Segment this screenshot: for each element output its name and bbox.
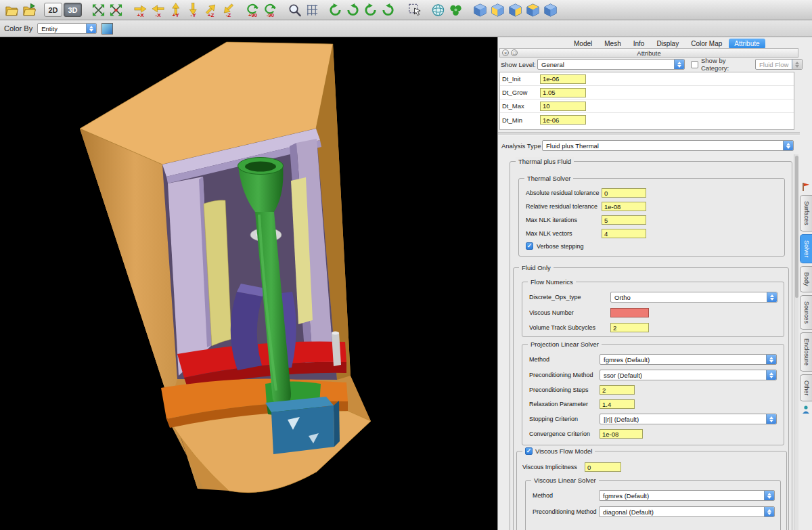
analysis-type-dropdown[interactable]: Fluid plus Thermal [542, 140, 794, 151]
viscous-method-dropdown[interactable]: fgmres (Default) [599, 490, 775, 501]
verbose-stepping-checkbox[interactable] [526, 242, 533, 250]
verbose-stepping-label: Verbose stepping [537, 243, 584, 250]
discrete-ops-dropdown[interactable]: Ortho [610, 292, 777, 303]
show-by-category-label: Show by Category: [701, 57, 755, 72]
spin-ccw-horizontal-icon[interactable] [326, 1, 344, 18]
viscous-flow-model-checkbox[interactable] [525, 447, 533, 455]
mode-2d-button[interactable]: 2D [44, 3, 62, 17]
close-dock-button[interactable]: × [502, 49, 509, 56]
attribute-scroll-area[interactable]: Thermal plus Fluid Thermal Solver Absolu… [498, 154, 800, 530]
group-title: Projection Linear Solver [528, 340, 602, 349]
translate-minus-z-icon[interactable]: -Z [219, 1, 237, 18]
show-level-dropdown[interactable]: General [537, 59, 685, 70]
viscous-implicitness-field[interactable]: 0 [585, 462, 621, 472]
side-tab-body[interactable]: Body [800, 266, 812, 292]
model-blue-box[interactable] [265, 397, 340, 454]
float-dock-button[interactable]: □ [511, 49, 518, 56]
grid-icon[interactable] [303, 1, 321, 18]
entity-color-swatch-button[interactable] [102, 23, 113, 35]
spin-ccw-vertical-icon[interactable] [361, 1, 379, 18]
dt-grow-field[interactable]: 1.05 [540, 88, 586, 97]
vertical-scrollbar[interactable] [794, 154, 798, 530]
precond-steps-field[interactable]: 2 [600, 385, 635, 395]
clover-view-icon[interactable] [447, 1, 464, 18]
show-level-label: Show Level: [499, 61, 537, 68]
view-cube-iso-icon[interactable] [471, 1, 489, 18]
tab-color-map[interactable]: Color Map [685, 39, 727, 49]
dt-init-field[interactable]: 1e-06 [540, 74, 586, 84]
analysis-type-row: Analysis Type Fluid plus Thermal [501, 139, 799, 152]
group-title: Thermal plus Fluid [516, 157, 574, 166]
group-viscous-flow-model: Viscous Flow Model Viscous Implicitness … [516, 451, 787, 530]
splitter-handle[interactable] [498, 132, 800, 135]
side-tab-sources[interactable]: Sources [800, 295, 812, 330]
rotate-plus-90-icon[interactable]: +90 [244, 1, 261, 18]
sphere-view-icon[interactable] [429, 1, 447, 18]
translate-plus-x-icon[interactable]: +X [131, 1, 149, 18]
svg-text:-Y: -Y [190, 12, 196, 18]
scrollbar-thumb[interactable] [795, 156, 798, 298]
max-nlk-vectors-label: Max NLK vectors [526, 230, 602, 237]
color-by-dropdown[interactable]: Entity [37, 23, 97, 34]
main-toolbar: 2D3D+X-X+Y-Y+Z-Z+90-90 [0, 0, 812, 20]
convergence-criterion-field[interactable]: 1e-08 [600, 429, 643, 439]
import-file-icon[interactable] [20, 1, 38, 18]
volume-track-subcycles-field[interactable]: 2 [610, 323, 649, 332]
tab-mesh[interactable]: Mesh [599, 39, 626, 49]
dt-min-field[interactable]: 1e-06 [540, 115, 586, 125]
stopping-criterion-dropdown[interactable]: ||r|| (Default) [600, 414, 777, 424]
view-cube-top-icon[interactable] [524, 1, 541, 18]
translate-minus-x-icon[interactable]: -X [149, 1, 166, 18]
view-cube-right-icon[interactable] [506, 1, 524, 18]
show-by-category-dropdown[interactable]: Fluid Flow [755, 59, 803, 70]
dt-min-label: Dt_Min [502, 116, 540, 124]
projection-method-dropdown[interactable]: fgmres (Default) [600, 354, 777, 365]
side-tab-enclosure[interactable]: Enclosure [800, 332, 812, 372]
translate-plus-y-icon[interactable]: +Y [166, 1, 184, 18]
group-title: Viscous Linear Solver [531, 476, 599, 485]
tab-model[interactable]: Model [568, 39, 597, 49]
color-by-value: Entity [41, 25, 58, 32]
svg-text:+Y: +Y [172, 12, 179, 18]
dropdown-arrows-icon [766, 370, 776, 380]
viscous-precond-method-dropdown[interactable]: diagonal (Default) [599, 506, 775, 517]
side-tab-solver[interactable]: Solver [800, 234, 812, 264]
side-tab-other[interactable]: Other [800, 374, 812, 402]
abs-residual-label: Absolute residual tolerance [526, 190, 602, 196]
projection-precond-method-dropdown[interactable]: ssor (Default) [600, 370, 777, 380]
mode-3d-button[interactable]: 3D [64, 3, 82, 17]
tab-info[interactable]: Info [628, 39, 650, 49]
dropdown-arrows-icon [783, 141, 793, 150]
select-box-icon[interactable] [406, 1, 424, 18]
translate-plus-z-icon[interactable]: +Z [202, 1, 219, 18]
tab-attribute[interactable]: Attribute [729, 39, 765, 49]
viscous-number-field[interactable] [610, 308, 649, 317]
tab-display[interactable]: Display [651, 39, 684, 49]
rel-residual-field[interactable]: 1e-08 [602, 202, 646, 211]
abs-residual-field[interactable]: 0 [602, 188, 646, 198]
open-file-icon[interactable] [3, 1, 20, 18]
translate-minus-y-icon[interactable]: -Y [184, 1, 202, 18]
flag-icon[interactable] [800, 181, 811, 192]
view-cube-back-icon[interactable] [541, 1, 559, 18]
rotate-minus-90-icon[interactable]: -90 [261, 1, 279, 18]
analysis-type-label: Analysis Type [501, 142, 542, 150]
dock-header: × □ Attribute [499, 48, 798, 58]
max-nlk-vectors-field[interactable]: 4 [602, 229, 646, 238]
jobs-icon[interactable] [800, 404, 811, 415]
side-tab-surfaces[interactable]: Surfaces [800, 195, 812, 231]
view-cube-front-icon[interactable] [489, 1, 506, 18]
show-by-category-checkbox[interactable] [691, 61, 698, 68]
viscous-implicitness-label: Viscous Implicitness [522, 464, 585, 470]
fit-all-icon[interactable] [89, 1, 107, 18]
zoom-icon[interactable] [286, 1, 303, 18]
max-nlk-iterations-field[interactable]: 5 [602, 215, 646, 225]
attribute-dock-panel: ModelMeshInfoDisplayColor MapAttribute ×… [497, 37, 812, 530]
max-nlk-iterations-label: Max NLK iterations [526, 217, 602, 223]
3d-viewport[interactable] [0, 37, 497, 530]
dt-max-field[interactable]: 10 [540, 102, 586, 111]
fit-selection-icon[interactable] [107, 1, 125, 18]
spin-cw-vertical-icon[interactable] [379, 1, 397, 18]
spin-cw-horizontal-icon[interactable] [344, 1, 361, 18]
relaxation-parameter-field[interactable]: 1.4 [600, 399, 635, 409]
